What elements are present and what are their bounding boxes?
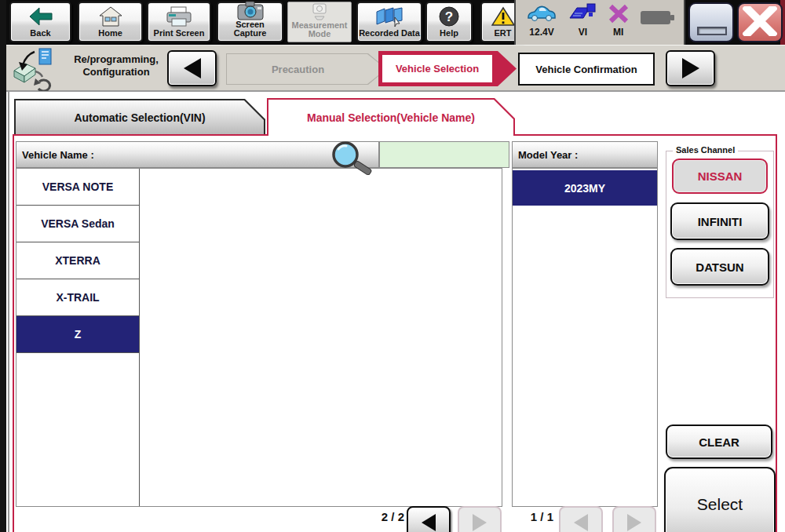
status-indicator-panel: 12.4V VI MI [514, 0, 685, 45]
battery-status [640, 3, 676, 29]
nav-forward-arrow-button[interactable] [666, 50, 715, 86]
mi-label: MI [613, 27, 623, 38]
recorded-data-button[interactable]: Recorded Data [356, 2, 422, 42]
step-vehicle-confirmation: Vehicle Confirmation [518, 53, 655, 86]
home-button[interactable]: Home [78, 2, 143, 42]
tab-manual-selection[interactable]: Manual Selection(Vehicle Name) [267, 98, 515, 136]
vehicle-list-item[interactable]: VERSA NOTE [16, 169, 139, 206]
datsun-channel-button[interactable]: DATSUN [670, 248, 769, 286]
right-triangle-icon [682, 58, 699, 78]
nissan-channel-button[interactable]: NISSAN [672, 159, 768, 194]
measurement-mode-label: Measurement Mode [288, 21, 351, 39]
camera-icon [237, 1, 264, 20]
clear-button[interactable]: CLEAR [666, 425, 772, 459]
measurement-mode-button[interactable]: Measurement Mode [287, 2, 352, 42]
mi-cross-icon [608, 3, 630, 27]
step-vehicle-selection: Vehicle Selection [378, 51, 517, 86]
printer-icon [166, 3, 192, 29]
reprogramming-icon [11, 47, 57, 94]
ert-label: ERT [495, 29, 512, 38]
vehicle-name-header: Vehicle Name : [16, 141, 379, 168]
model-year-header: Model Year : [512, 141, 658, 168]
print-screen-button[interactable]: Print Screen [147, 2, 211, 42]
select-button[interactable]: Select [664, 467, 776, 532]
help-icon: ? [439, 3, 459, 29]
close-button[interactable] [737, 2, 783, 42]
help-button[interactable]: ? Help [425, 2, 473, 42]
prev-page-icon [422, 514, 436, 531]
vehicle-list-item[interactable]: X-TRAIL [16, 279, 139, 316]
minimize-icon [697, 27, 727, 35]
vehicle-list-page-indicator: 2 / 2 [360, 510, 404, 523]
vehicle-list-item[interactable]: XTERRA [16, 242, 139, 279]
vehicle-list-item-selected[interactable]: Z [16, 316, 139, 353]
vehicle-selection-panel: Vehicle Name : Model Year : VERSA NOTE V… [13, 134, 777, 532]
svg-text:?: ? [445, 9, 453, 24]
tab-automatic-selection[interactable]: Automatic Selection(VIN) [14, 99, 265, 134]
measurement-mode-icon [309, 2, 330, 21]
vehicle-name-column: VERSA NOTE VERSA Sedan XTERRA X-TRAIL Z [16, 169, 140, 506]
vi-device-icon [568, 3, 597, 27]
prev-page-icon [574, 514, 588, 531]
home-label: Home [98, 29, 122, 38]
window-left-edge [0, 0, 6, 532]
nav-back-arrow-button[interactable] [167, 50, 217, 86]
sales-channel-label: Sales Channel [673, 145, 738, 155]
vi-status: VI [568, 3, 597, 38]
model-year-list: 2023MY [512, 168, 658, 507]
home-icon [99, 3, 122, 29]
vehicle-list-item[interactable]: VERSA Sedan [16, 206, 139, 242]
toolbar: Back Home Print Screen Screen Capture Me [0, 0, 785, 45]
print-screen-label: Print Screen [154, 29, 205, 38]
model-year-prev-page-button[interactable] [559, 506, 603, 532]
search-magnifier-icon [327, 139, 377, 178]
battery-voltage-label: 12.4V [529, 27, 553, 38]
vehicle-list-prev-page-button[interactable] [407, 506, 451, 532]
vehicle-battery-status: 12.4V [525, 3, 558, 38]
screen-capture-button[interactable]: Screen Capture [217, 2, 283, 42]
back-button[interactable]: Back [9, 2, 71, 42]
vehicle-list-next-page-button[interactable] [458, 506, 502, 532]
vehicle-name-list: VERSA NOTE VERSA Sedan XTERRA X-TRAIL Z [16, 168, 502, 507]
step-precaution: Precaution [226, 53, 387, 85]
screen-capture-label: Screen Capture [218, 20, 282, 38]
consult-app-window: Back Home Print Screen Screen Capture Me [0, 0, 785, 532]
back-label: Back [30, 29, 50, 38]
wizard-nav-row: Re/programming, Configuration Precaution… [6, 45, 785, 92]
minimize-button[interactable] [688, 2, 734, 42]
model-year-next-page-button[interactable] [612, 506, 656, 532]
mi-status: MI [608, 3, 630, 38]
model-year-page-indicator: 1 / 1 [517, 510, 553, 523]
next-page-icon [473, 514, 487, 531]
window-inner-edge [8, 92, 9, 532]
warning-triangle-icon [491, 3, 515, 29]
model-year-item-selected[interactable]: 2023MY [513, 170, 657, 206]
help-label: Help [440, 29, 458, 38]
next-page-icon [627, 514, 641, 531]
close-icon [743, 6, 777, 39]
vi-label: VI [579, 27, 587, 38]
back-arrow-icon [29, 3, 53, 29]
infiniti-channel-button[interactable]: INFINITI [670, 202, 769, 240]
car-icon [525, 3, 558, 27]
vehicle-name-search-input[interactable] [379, 141, 509, 168]
left-triangle-icon [184, 58, 201, 78]
battery-icon [640, 9, 676, 29]
recorded-data-label: Recorded Data [359, 29, 420, 38]
screen-mode-title: Re/programming, Configuration [53, 53, 179, 79]
recorded-data-icon [375, 3, 403, 29]
